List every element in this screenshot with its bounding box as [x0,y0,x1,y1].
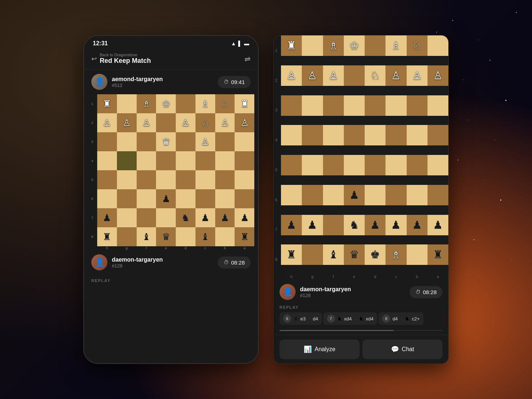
chess-square[interactable]: ♜ [97,227,117,246]
chess-square[interactable]: ♙ [428,65,448,86]
chess-square[interactable]: ♟ [344,185,365,205]
chess-square[interactable]: ♟ [385,215,406,235]
chess-square[interactable] [176,132,195,151]
chess-square[interactable] [428,95,448,116]
chess-square[interactable] [117,208,137,227]
chess-square[interactable]: ♝ [195,227,215,246]
chess-square[interactable] [344,65,365,86]
chess-square[interactable] [195,189,215,208]
chess-square[interactable]: ♙ [97,113,117,132]
analyze-button[interactable]: 📊 Analyze [280,339,360,359]
chess-square[interactable]: ♔ [344,35,365,56]
chess-square[interactable]: ♟ [235,208,254,227]
chess-square[interactable] [302,244,323,265]
chess-square[interactable] [117,189,137,208]
chess-square[interactable]: ♝ [323,244,344,265]
chess-square[interactable]: ♘ [407,35,428,56]
chess-square[interactable]: ♘ [365,65,385,86]
chess-square[interactable]: ♙ [281,65,302,86]
chess-square[interactable]: ♙ [176,113,195,132]
chess-square[interactable]: ♞ [176,208,195,227]
chess-square[interactable] [176,170,195,189]
chess-square[interactable]: ♙ [215,113,235,132]
chess-square[interactable]: ♟ [156,189,176,208]
chess-square[interactable]: ♜ [97,94,117,113]
chess-square[interactable] [302,155,323,175]
chess-square[interactable] [407,95,428,116]
chess-square[interactable] [215,227,235,246]
chess-square[interactable]: ♟ [407,215,428,235]
chess-square[interactable]: ♙ [323,65,344,86]
chess-square[interactable]: ♙ [137,113,156,132]
chess-square[interactable] [117,151,137,170]
chess-square[interactable] [97,189,117,208]
chess-square[interactable]: ♟ [215,208,235,227]
chess-square[interactable]: ♘ [195,113,215,132]
chess-square[interactable] [407,155,428,175]
chess-square[interactable] [407,185,428,205]
chess-square[interactable]: ♛ [156,227,176,246]
chess-square[interactable] [156,151,176,170]
chess-square[interactable] [215,132,235,151]
chess-square[interactable]: ♙ [302,65,323,86]
chess-square[interactable] [302,185,323,205]
chess-square[interactable] [428,125,448,145]
chess-square[interactable] [281,125,302,145]
chess-square[interactable] [97,170,117,189]
chess-square[interactable] [281,155,302,175]
chess-square[interactable] [302,35,323,56]
chess-square[interactable] [323,95,344,116]
chess-square[interactable] [215,151,235,170]
chess-square[interactable] [281,95,302,116]
chess-square[interactable]: ♙ [195,132,215,151]
chess-square[interactable] [344,155,365,175]
chess-square[interactable] [235,170,254,189]
chess-square[interactable]: ♗ [137,94,156,113]
chess-square[interactable] [195,151,215,170]
chess-square[interactable]: ♟ [302,215,323,235]
chess-square[interactable]: ♛ [344,244,365,265]
chess-square[interactable] [117,94,137,113]
chess-square[interactable]: ♜ [428,244,448,265]
chess-square[interactable] [428,155,448,175]
chess-square[interactable]: ♚ [365,244,385,265]
chess-square[interactable]: ♞ [344,215,365,235]
settings-icon[interactable]: ⇌ [244,54,251,63]
chess-square[interactable] [385,155,406,175]
chess-square[interactable]: ♟ [97,208,117,227]
chess-square[interactable] [235,151,254,170]
chess-board-phone[interactable]: 1 2 3 4 5 6 7 8 ♜ ♗ [91,94,254,250]
chess-square[interactable] [137,208,156,227]
chess-square[interactable] [195,170,215,189]
chess-square[interactable] [97,132,117,151]
chess-square[interactable] [176,151,195,170]
chess-square[interactable] [323,185,344,205]
move-group[interactable]: 7 ♞ xd4 · ♞ xd4 [323,312,377,325]
chess-square[interactable] [235,189,254,208]
chess-square[interactable]: ♗ [195,94,215,113]
chess-square[interactable] [365,185,385,205]
chess-square[interactable] [97,151,117,170]
chess-square[interactable] [365,95,385,116]
chess-square[interactable] [281,185,302,205]
chess-square[interactable]: ♙ [407,65,428,86]
chess-square[interactable] [385,95,406,116]
chess-square[interactable]: ♟ [195,208,215,227]
chess-square[interactable] [215,189,235,208]
chess-square[interactable] [323,155,344,175]
chess-square[interactable]: ♜ [235,227,254,246]
chess-square[interactable]: ♗ [385,244,406,265]
chess-square[interactable]: ♜ [281,244,302,265]
chess-square[interactable] [323,215,344,235]
chess-square[interactable] [215,170,235,189]
move-group[interactable]: 6 ♕ e3 · d4 [280,312,322,325]
chess-square[interactable]: ♟ [365,215,385,235]
chess-square[interactable] [428,35,448,56]
chess-square[interactable] [137,170,156,189]
chess-square[interactable] [176,94,195,113]
chess-square[interactable]: ♜ [235,94,254,113]
chess-square[interactable] [156,170,176,189]
chat-button[interactable]: 💬 Chat [362,339,442,359]
chess-square[interactable] [156,208,176,227]
chess-square[interactable] [407,244,428,265]
